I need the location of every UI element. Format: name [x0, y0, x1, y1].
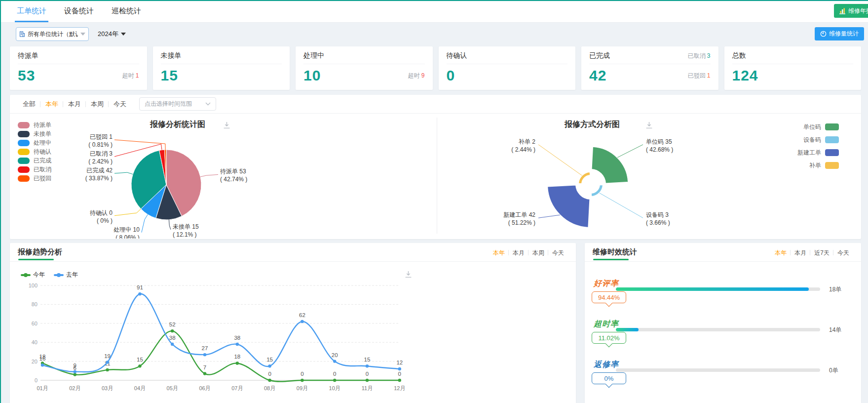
stat-cards-row: 待派单53超时1未接单15处理中10超时9待确认0已完成已取消342已驳回1总数…: [10, 46, 861, 90]
pies-body: 报修分析统计图 待派单未接单处理中待确认已完成已取消已驳回 报修方式分析图 单位…: [10, 114, 861, 239]
rose-slice-单位码[interactable]: [592, 147, 629, 184]
stat-card-title-extra: 已取消3: [688, 52, 711, 60]
trend-tab-本周[interactable]: 本周: [528, 249, 548, 257]
timeliness-tab-近7天[interactable]: 近7天: [810, 249, 833, 257]
trend-line-chart: 02040608010001月02月03月04月05月06月07月08月09月1…: [24, 278, 418, 399]
svg-text:0: 0: [333, 371, 336, 377]
stat-card-1: 未接单15: [153, 46, 290, 90]
x-tick-09月: 09月: [297, 385, 308, 391]
svg-text:0: 0: [398, 371, 401, 377]
repair-volume-button[interactable]: 维修量统计: [815, 27, 864, 40]
stat-card-title: 处理中: [303, 51, 324, 60]
time-range-select[interactable]: 点击选择时间范围: [139, 97, 216, 111]
svg-text:15: 15: [137, 357, 143, 363]
timeliness-tab-本月[interactable]: 本月: [791, 249, 810, 257]
timeliness-tabs: 本年本月近7天今天: [771, 249, 853, 257]
line-marker-icon: [54, 274, 64, 276]
pie-label-待确认: 待确认 0( 0% ): [90, 209, 113, 224]
metric-progress-fill: [616, 287, 809, 291]
pie-label-待派单: 待派单 53( 42.74% ): [220, 168, 247, 183]
year-report-button[interactable]: 维修年报: [834, 4, 868, 18]
nav-tab-2[interactable]: 巡检统计: [112, 0, 141, 22]
metric-badge: 11.02%: [592, 332, 626, 344]
repair-analysis-panel: 全部本年本月本周今天 点击选择时间范围 报修分析统计图 待派单未接单处理中待确认…: [10, 95, 861, 239]
time-filter-row: 全部本年本月本周今天 点击选择时间范围: [10, 95, 861, 114]
stat-card-title-extra-value: 3: [707, 52, 711, 59]
x-tick-03月: 03月: [102, 385, 113, 391]
rose-label-设备码: 设备码 3( 3.66% ): [646, 211, 670, 226]
svg-text:40: 40: [32, 339, 38, 345]
page-left-accent: [0, 0, 1, 403]
stat-card-body: 15: [161, 67, 282, 84]
nav-tab-1[interactable]: 设备统计: [64, 0, 94, 22]
dot: [24, 273, 28, 277]
svg-text:91: 91: [137, 284, 143, 290]
x-tick-07月: 07月: [231, 385, 243, 391]
bar-chart-icon: [839, 7, 846, 14]
metric-超时率: 超时率11.02%14单: [585, 319, 861, 355]
timeliness-panel: 维修时效统计 本年本月近7天今天 好评率94.44%18单超时率11.02%14…: [585, 243, 861, 403]
stat-card-value: 0: [447, 67, 455, 84]
svg-text:0: 0: [268, 371, 271, 377]
rose-slice-补单[interactable]: [578, 172, 590, 184]
stat-card-title: 待确认: [447, 51, 467, 60]
stat-card-0: 待派单53超时1: [10, 46, 147, 90]
unit-select[interactable]: 所有单位统计（默认）: [16, 27, 89, 41]
nav-tab-0[interactable]: 工单统计: [17, 0, 46, 22]
pie-label-未接单: 未接单 15( 12.1% ): [173, 223, 199, 238]
time-pill-1[interactable]: 本年: [40, 100, 63, 109]
svg-text:15: 15: [266, 357, 273, 363]
time-pill-0[interactable]: 全部: [18, 100, 40, 109]
top-nav-tabs: 工单统计设备统计巡检统计: [17, 0, 141, 22]
stat-card-3: 待确认0: [439, 46, 576, 90]
year-report-label: 维修年报: [848, 7, 868, 15]
chevron-down-icon: [205, 102, 211, 106]
year-select[interactable]: 2024年: [98, 30, 126, 39]
x-tick-10月: 10月: [329, 385, 340, 391]
svg-text:60: 60: [32, 321, 38, 326]
metric-count: 18单: [829, 285, 841, 294]
building-icon: [19, 31, 25, 37]
x-tick-08月: 08月: [264, 385, 275, 391]
metric-好评率: 好评率94.44%18单: [585, 279, 861, 314]
svg-text:0: 0: [366, 371, 369, 377]
svg-text:19: 19: [104, 353, 111, 359]
stat-card-value-extra-value: 1: [707, 72, 711, 79]
trend-panel-title: 报修趋势分析: [18, 247, 62, 257]
stat-card-value-extra: 超时9: [408, 72, 425, 80]
time-pill-3[interactable]: 本周: [86, 100, 109, 109]
gauge-icon: [820, 31, 827, 37]
metric-percentage: 11.02%: [598, 334, 619, 342]
filter-row: 所有单位统计（默认） 2024年 维修量统计: [0, 23, 868, 45]
repair-volume-label: 维修量统计: [829, 30, 859, 38]
rose-slice-新建工单[interactable]: [547, 185, 590, 228]
trend-tab-本月[interactable]: 本月: [509, 249, 528, 257]
trend-tab-本年[interactable]: 本年: [489, 249, 509, 257]
time-filter-pills: 全部本年本月本周今天: [18, 100, 131, 109]
stat-card-head: 处理中: [303, 51, 425, 64]
x-tick-12月: 12月: [394, 385, 405, 391]
caret-down-icon: [121, 33, 126, 36]
metric-title: 超时率: [594, 319, 619, 329]
svg-text:38: 38: [234, 335, 240, 341]
timeliness-tab-本年[interactable]: 本年: [771, 249, 791, 257]
stat-card-head: 已完成已取消3: [589, 51, 711, 64]
x-tick-02月: 02月: [69, 385, 80, 391]
time-pill-2[interactable]: 本月: [63, 100, 86, 109]
svg-text:38: 38: [169, 335, 176, 341]
stat-card-body: 10超时9: [303, 67, 425, 84]
svg-text:7: 7: [203, 364, 206, 370]
stat-card-body: 124: [732, 67, 854, 84]
timeliness-title: 维修时效统计: [593, 247, 637, 257]
time-range-placeholder: 点击选择时间范围: [145, 100, 192, 108]
bottom-row: 报修趋势分析 本年本月本周今天 今年去年 02040608010001月02月0…: [10, 243, 861, 403]
metric-percentage: 94.44%: [598, 294, 620, 301]
year-select-value: 2024年: [98, 30, 118, 39]
trend-tab-今天[interactable]: 今天: [548, 249, 568, 257]
unit-select-value: 所有单位统计（默认）: [28, 30, 78, 39]
rose-slice-设备码[interactable]: [591, 185, 603, 197]
x-tick-11月: 11月: [362, 385, 373, 391]
timeliness-tab-今天[interactable]: 今天: [833, 249, 853, 257]
time-pill-4[interactable]: 今天: [109, 100, 131, 109]
svg-text:80: 80: [32, 301, 38, 307]
